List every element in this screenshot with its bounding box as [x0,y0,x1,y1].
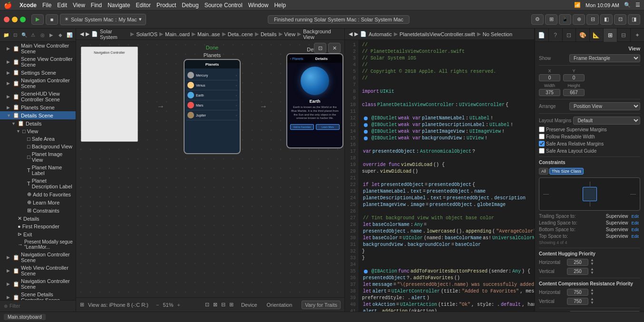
all-size-class-btn[interactable]: All [539,168,548,175]
learn-more-button[interactable]: Learn More [316,124,340,130]
menu-navigate[interactable]: Navigate [107,2,130,9]
sidebar-item-add-favorites[interactable]: ⊕ Add to Favorites [0,190,76,198]
zoom-fit-btn[interactable]: ⊡ [314,43,326,53]
zoom-plus-btn[interactable]: + [177,302,180,308]
readable-checkbox[interactable] [539,134,545,139]
sidebar-item-details[interactable]: ▼ 📋 Details [0,119,76,127]
y-input[interactable] [563,74,585,81]
nav-tab-find[interactable]: 🔍 [20,30,28,40]
list-item[interactable]: Venus › [186,80,238,90]
sidebar-item-nav-ctrl3[interactable]: ▶ 📋 Navigation Controller Scene [0,277,76,291]
top-edit-btn[interactable]: Edit [630,234,640,239]
nav-tab-files[interactable]: 📁 [2,30,10,40]
sidebar-item-settings[interactable]: ▶ 📋 Settings Scene [0,68,76,77]
menu-window[interactable]: Window [248,2,269,9]
sidebar-item-planet-name[interactable]: T Planet Name Label [0,164,76,177]
nav-tab-reports[interactable]: 📊 [66,30,74,40]
sidebar-item-bg-view[interactable]: □ Background View [0,143,76,150]
menu-view[interactable]: View [73,2,85,9]
planets-scene-frame[interactable]: Planets Mercury › Venus › [184,59,241,154]
breadcrumb-item[interactable]: Solar System [100,29,128,40]
sidebar-item-scene-details[interactable]: ▶ 📋 Scene Details Controller Scene [0,291,76,300]
sidebar-item-scenehud[interactable]: ▶ 📋 SceneHUD View Controller Scene [0,90,76,103]
leading-edit-btn[interactable]: Edit [630,221,640,225]
breadcrumb-item[interactable]: Deta..cene [228,31,253,37]
breadcrumb-nav-back[interactable]: ◀ [349,31,352,37]
x-input[interactable] [539,74,560,81]
breadcrumb-auto[interactable]: Automatic [369,31,392,37]
height-input[interactable] [563,89,585,96]
inspector-tab-size[interactable]: 📐 [590,29,604,42]
menubar-search-icon[interactable]: 🔍 [624,2,631,8]
inspector-tab-file[interactable]: 📄 [535,29,549,42]
preserve-checkbox[interactable] [539,127,545,132]
breadcrumb-toggle[interactable]: ◀ [80,31,84,37]
back-button[interactable]: ‹ Planets [290,57,303,60]
list-item[interactable]: Mars › [186,100,238,110]
layout-margins-selector[interactable]: Default [573,117,640,125]
nav-tab-debug[interactable]: ▶ [48,30,56,40]
sidebar-item-view[interactable]: ▼ □ View [0,127,76,135]
breadcrumb-nav-fwd[interactable]: ▶ [354,31,358,37]
menu-debug[interactable]: Debug [182,2,198,9]
bottom-edit-btn[interactable]: Edit [630,227,640,232]
menubar-menu-icon[interactable]: ☰ [635,2,640,8]
compression-h-input[interactable] [567,289,588,296]
menu-help[interactable]: Help [274,2,286,9]
breadcrumb-item[interactable]: Details [261,31,277,37]
scheme-selector[interactable]: ☀ Solar System Mac : My Mac ▾ [60,14,146,25]
run-button[interactable]: ▶ [31,14,44,25]
breadcrumb-item[interactable]: Main..oard [165,31,190,37]
inspector-toggle[interactable]: ◨ [628,14,640,25]
sidebar-item-constraints[interactable]: ⊞ Constraints [0,206,76,215]
storyboard-tab-label[interactable]: Main.storyboard [4,314,46,320]
sidebar-item-planet-image[interactable]: □ Planet Image View [0,150,76,164]
zoom-close-btn[interactable]: ✕ [328,43,341,53]
nav-tab-tests[interactable]: ◎ [39,30,47,40]
sidebar-item-segue[interactable]: → Present Modally segue "LearnMor... [0,238,76,251]
breadcrumb-item[interactable]: SolarIOS [136,31,157,37]
sidebar-item-learn-more[interactable]: ⊕ Learn More [0,198,76,206]
sidebar-item-safe-area[interactable]: □ Safe Area [0,135,76,143]
safe-area-guide-checkbox[interactable] [539,148,545,154]
breadcrumb-filename[interactable]: PlanetdetailsViewController.swift [400,31,475,37]
hugging-h-stepper[interactable]: ▲▼ [590,258,594,266]
menu-source-control[interactable]: Source Control [205,2,243,9]
inspector-tab-identity[interactable]: ⊡ [563,29,576,42]
intrinsic-selector[interactable]: Default (System Defined) [569,311,640,312]
compression-v-input[interactable] [567,298,588,305]
source-control-btn[interactable]: ⊕ [573,14,585,25]
inspector-tab-effects[interactable]: ✦ [631,29,644,42]
breadcrumb-item[interactable]: Main..ase [197,31,220,37]
show-selector[interactable]: Frame Rectangle [569,54,640,62]
inspector-tab-quick-help[interactable]: ? [549,29,563,42]
close-button[interactable] [4,17,10,22]
split-editor-btn[interactable]: ⊟ [586,14,599,25]
settings-btn[interactable]: ⚙ [531,14,544,25]
apple-menu[interactable]: 🍎 [4,1,12,9]
menu-editor[interactable]: Editor [136,2,151,9]
hugging-v-stepper[interactable]: ▲▼ [590,267,594,275]
width-input[interactable] [539,89,560,96]
nav-tab-issues[interactable]: ⚠ [29,30,37,40]
menu-xcode[interactable]: Xcode [20,2,37,9]
editor-layout-btn[interactable]: ⊞ [545,14,557,25]
preserve-label[interactable]: Preserve Superview Margins [539,127,640,132]
menu-file[interactable]: File [42,2,51,9]
this-size-class-btn[interactable]: This Size Class [549,168,584,175]
nav-tab-symbols[interactable]: ⊡ [11,30,19,40]
inspector-tab-connections[interactable]: ⊞ [604,29,617,42]
maximize-button[interactable] [20,17,26,22]
safe-area-margins-checkbox[interactable] [539,141,545,146]
canvas-icon4[interactable]: ⊞ [229,302,234,308]
arrange-selector[interactable]: Position View [569,102,640,110]
inspector-tab-attributes[interactable]: 🎨 [576,29,590,42]
code-lines[interactable]: // // PlanetDetailsViewController.swift … [358,40,534,312]
sidebar-item-details-exit[interactable]: ✕ Details [0,215,76,223]
hugging-h-input[interactable] [567,259,588,266]
debug-toggle[interactable]: ⊡ [614,14,626,25]
menu-find[interactable]: Find [91,2,102,9]
vary-for-traits-btn[interactable]: Vary for Traits [302,301,341,309]
sidebar-item-nav-ctrl[interactable]: ▶ 📋 Navigation Controller Scene [0,77,76,90]
sidebar-item-first-responder[interactable]: ● First Responder [0,223,76,230]
